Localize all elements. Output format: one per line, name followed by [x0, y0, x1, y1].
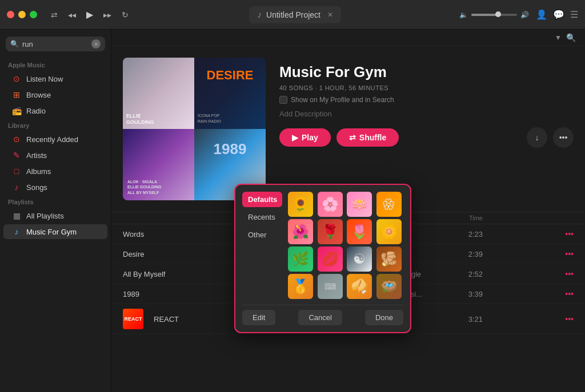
- song-time-3: 3:39: [448, 290, 483, 298]
- volume-high-icon: 🔊: [520, 11, 529, 19]
- picker-done-btn[interactable]: Done: [365, 310, 403, 325]
- sidebar-item-music-gym[interactable]: ♪ Music For Gym: [3, 224, 107, 239]
- transport-controls: ⇄ ◂◂ ▶ ▸▸ ↻: [49, 7, 131, 22]
- more-icon: •••: [559, 133, 568, 142]
- content: ▼ 🔍 ELLIEGOULDING DESIRE ICONA POPRAIN R…: [111, 30, 585, 392]
- search-content-btn[interactable]: 🔍: [566, 33, 576, 42]
- volume-low-icon: 🔈: [459, 11, 468, 19]
- shuffle-label: Shuffle: [359, 133, 386, 142]
- shuffle-button[interactable]: ⇄ Shuffle: [336, 128, 399, 147]
- search-input[interactable]: [22, 40, 88, 49]
- albums-icon: □: [11, 167, 22, 176]
- emoji-sunflower[interactable]: 🌻: [288, 192, 313, 217]
- chat-btn[interactable]: 💬: [553, 9, 564, 20]
- artists-icon: ✎: [11, 151, 22, 160]
- browse-icon: ⊞: [11, 90, 22, 99]
- emoji-yellow-flower[interactable]: 🌼: [376, 219, 402, 244]
- traffic-light-yellow[interactable]: [18, 11, 26, 18]
- emoji-yin-yang[interactable]: ☯: [347, 246, 372, 272]
- sidebar-item-artists[interactable]: ✎ Artists: [3, 148, 107, 163]
- song-more-3[interactable]: •••: [565, 289, 574, 298]
- dot-sep: ·: [315, 84, 319, 91]
- music-gym-label: Music For Gym: [26, 228, 77, 236]
- emoji-lips[interactable]: 💋: [318, 246, 343, 272]
- picker-cancel-btn[interactable]: Cancel: [298, 310, 342, 325]
- music-gym-icon: ♪: [11, 227, 22, 236]
- emoji-ginger[interactable]: 🫚: [376, 246, 402, 272]
- title-area: ♪ Untitled Project ✕: [138, 6, 452, 23]
- sidebar-item-listen-now[interactable]: ⊙ Listen Now: [3, 71, 107, 86]
- recently-added-icon: ⊙: [11, 135, 22, 144]
- picker-layout: Defaults Recents Other 🌻 🌸 🪷 🏵 🌺 🌹 🌷 🌼: [242, 192, 403, 299]
- more-button[interactable]: •••: [553, 127, 574, 148]
- art-cell-3: ALOK · SIGALAELLIE GOULDINGALL BY MYSELF: [123, 129, 194, 200]
- emoji-nest[interactable]: 🪺: [376, 274, 402, 299]
- menu-btn[interactable]: ☰: [570, 9, 578, 20]
- duration: 1 HOUR, 56 MINUTES: [319, 84, 388, 91]
- traffic-light-green[interactable]: [30, 11, 37, 18]
- sidebar-item-all-playlists[interactable]: ▦ All Playlists: [3, 208, 107, 223]
- emoji-dotted[interactable]: 🌿: [288, 246, 313, 272]
- project-title: Untitled Project: [266, 10, 320, 19]
- emoji-keyboard[interactable]: ⌨: [318, 274, 343, 299]
- song-more-0[interactable]: •••: [565, 229, 574, 239]
- sidebar-item-radio[interactable]: 📻 Radio: [3, 103, 107, 118]
- picker-cat-defaults[interactable]: Defaults: [242, 192, 282, 207]
- emoji-daisy[interactable]: 🌺: [288, 219, 313, 244]
- forward-btn[interactable]: ▸▸: [101, 8, 114, 22]
- playlist-meta: 40 SONGS · 1 HOUR, 56 MINUTES: [279, 84, 574, 91]
- emoji-fortune[interactable]: 🥠: [347, 274, 372, 299]
- title-close-btn[interactable]: ✕: [327, 11, 333, 19]
- emoji-lotus[interactable]: 🪷: [347, 192, 372, 217]
- picker-cat-recents[interactable]: Recents: [242, 209, 282, 225]
- volume-area: 🔈 🔊: [459, 11, 529, 19]
- emoji-rose[interactable]: 🌹: [318, 219, 343, 244]
- main-layout: 🔍 ✕ Apple Music ⊙ Listen Now ⊞ Browse 📻 …: [0, 30, 585, 392]
- avatar-btn[interactable]: 👤: [536, 9, 547, 20]
- back-btn[interactable]: ◂◂: [66, 8, 78, 22]
- volume-fill: [471, 14, 496, 16]
- sidebar-item-songs[interactable]: ♪ Songs: [3, 180, 107, 195]
- sidebar: 🔍 ✕ Apple Music ⊙ Listen Now ⊞ Browse 📻 …: [0, 30, 111, 392]
- picker-edit-btn[interactable]: Edit: [242, 310, 275, 325]
- shuffle-btn[interactable]: ⇄: [49, 8, 60, 22]
- song-more-1[interactable]: •••: [565, 249, 574, 258]
- play-label: Play: [302, 133, 318, 142]
- artists-label: Artists: [26, 151, 47, 160]
- song-time-4: 3:21: [448, 315, 483, 324]
- song-more-4[interactable]: •••: [565, 314, 574, 324]
- picker-sidebar: Defaults Recents Other: [242, 192, 282, 299]
- listen-now-icon: ⊙: [11, 74, 22, 83]
- title-window: ♪ Untitled Project ✕: [249, 6, 341, 23]
- emoji-orange-flower[interactable]: 🏵: [376, 192, 402, 217]
- download-button[interactable]: ↓: [527, 127, 547, 148]
- play-btn[interactable]: ▶: [84, 7, 95, 22]
- playlists-label: Playlists: [0, 195, 111, 208]
- react-thumb: REACT: [123, 309, 143, 329]
- add-desc[interactable]: Add Description: [279, 110, 574, 118]
- emoji-medal[interactable]: 🥇: [288, 274, 313, 299]
- sidebar-item-albums[interactable]: □ Albums: [3, 164, 107, 179]
- picker-cat-other[interactable]: Other: [242, 227, 282, 243]
- song-time-2: 2:52: [448, 270, 483, 278]
- volume-slider[interactable]: [471, 14, 517, 16]
- play-button[interactable]: ▶ Play: [279, 128, 331, 147]
- emoji-hibiscus[interactable]: 🌷: [347, 219, 372, 244]
- note-icon: ♪: [257, 10, 262, 20]
- profile-checkbox[interactable]: [279, 96, 287, 104]
- art-desire-text: DESIRE: [207, 69, 254, 82]
- search-bar: 🔍 ✕: [6, 37, 105, 51]
- sidebar-item-browse[interactable]: ⊞ Browse: [3, 87, 107, 102]
- art-1989-text: 1989: [214, 140, 247, 158]
- sort-btn[interactable]: ▼: [553, 34, 562, 42]
- picker-grid-area: 🌻 🌸 🪷 🏵 🌺 🌹 🌷 🌼 🌿 💋 ☯ 🫚 🥇 ⌨: [288, 192, 403, 299]
- volume-knob: [495, 11, 501, 17]
- search-clear-btn[interactable]: ✕: [91, 39, 101, 49]
- song-more-2[interactable]: •••: [565, 269, 574, 278]
- emoji-pink-flower[interactable]: 🌸: [318, 192, 343, 217]
- art-cell-1: ELLIEGOULDING: [123, 58, 194, 129]
- repeat-btn[interactable]: ↻: [119, 8, 131, 22]
- sidebar-item-recently-added[interactable]: ⊙ Recently Added: [3, 132, 107, 147]
- profile-check: Show on My Profile and in Search: [279, 96, 574, 104]
- traffic-light-red[interactable]: [7, 11, 14, 18]
